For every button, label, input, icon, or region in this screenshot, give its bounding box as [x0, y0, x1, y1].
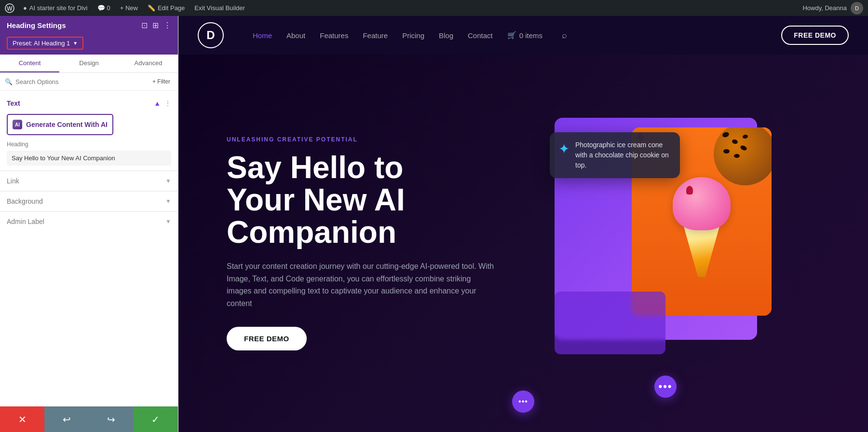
- hero-cta-button[interactable]: FREE DEMO: [227, 327, 307, 350]
- search-icon: 🔍: [5, 78, 13, 85]
- nav-link-pricing[interactable]: Pricing: [402, 31, 424, 40]
- section-chevron-up-icon: ▲: [154, 99, 161, 107]
- save-icon: ✓: [151, 414, 160, 425]
- redo-button[interactable]: ↪: [89, 406, 134, 432]
- cookie-decor: [714, 127, 772, 185]
- pencil-icon: ✏️: [148, 4, 155, 12]
- edit-page-label: Edit Page: [158, 4, 185, 12]
- nav-link-features[interactable]: Features: [320, 31, 348, 40]
- nav-link-feature[interactable]: Feature: [363, 31, 388, 40]
- chevron-down-icon: ▼: [73, 41, 78, 46]
- link-section-label: Link: [7, 177, 19, 185]
- heading-value[interactable]: Say Hello to Your New AI Companion: [7, 151, 171, 166]
- panel-screenshot-icon[interactable]: ⊡: [141, 21, 148, 30]
- wp-logo-icon[interactable]: W: [5, 3, 14, 13]
- exit-vb-label: Exit Visual Builder: [194, 4, 245, 12]
- site-logo[interactable]: D: [198, 22, 224, 48]
- tooltip-text: Photographic ice cream cone with a choco…: [575, 140, 671, 170]
- hero-title: Say Hello toYour New AICompanion: [227, 152, 555, 249]
- divi-logo-icon: ●: [23, 4, 27, 12]
- user-howdy[interactable]: Howdy, Deanna D: [802, 2, 863, 14]
- search-nav-icon[interactable]: ⌕: [562, 30, 567, 41]
- search-bar: 🔍 + Filter: [0, 73, 178, 91]
- panel-tabs: Content Design Advanced: [0, 55, 178, 73]
- hero-right-collage: ✦ Photographic ice cream cone with a cho…: [555, 118, 776, 369]
- wp-admin-bar: W ● AI starter site for Divi 💬 0 + New ✏…: [0, 0, 868, 16]
- comments-link[interactable]: 💬 0: [93, 0, 115, 16]
- hero-section: UNLEASHING CREATIVE POTENTIAL Say Hello …: [178, 55, 868, 432]
- section-more-icon[interactable]: ⋮: [164, 99, 171, 107]
- panel-header: Heading Settings ⊡ ⊞ ⋮: [0, 16, 178, 35]
- dots-label: •••: [658, 380, 672, 393]
- nav-link-about[interactable]: About: [286, 31, 305, 40]
- tab-design[interactable]: Design: [59, 55, 119, 72]
- site-name-label: AI starter site for Divi: [29, 4, 88, 12]
- tab-advanced[interactable]: Advanced: [119, 55, 178, 72]
- cancel-button[interactable]: ✕: [0, 406, 44, 432]
- nav-link-contact[interactable]: Contact: [468, 31, 493, 40]
- nav-free-demo-label: FREE DEMO: [794, 31, 836, 39]
- tooltip-card: ✦ Photographic ice cream cone with a cho…: [550, 132, 680, 178]
- preset-bar: Preset: AI Heading 1 ▼: [0, 35, 178, 55]
- panel-header-icons: ⊡ ⊞ ⋮: [141, 21, 171, 30]
- ai-icon: AI: [13, 120, 22, 129]
- redo-icon: ↪: [107, 414, 115, 425]
- panel-actions: ✕ ↩ ↪ ✓: [0, 406, 178, 432]
- undo-button[interactable]: ↩: [44, 406, 89, 432]
- left-panel: Heading Settings ⊡ ⊞ ⋮ Preset: AI Headin…: [0, 16, 178, 432]
- hero-cta-label: FREE DEMO: [244, 334, 289, 343]
- site-nav: D Home About Features Feature Pricing Bl…: [178, 16, 868, 55]
- background-section-header[interactable]: Background ▼: [0, 191, 178, 211]
- background-chevron-down-icon: ▼: [165, 198, 171, 205]
- nav-links: Home About Features Feature Pricing Blog…: [253, 30, 767, 41]
- main-layout: Heading Settings ⊡ ⊞ ⋮ Preset: AI Headin…: [0, 16, 868, 432]
- howdy-label: Howdy, Deanna: [802, 4, 847, 12]
- hero-description: Start your content creation journey with…: [227, 260, 497, 309]
- panel-title: Heading Settings: [7, 21, 66, 29]
- background-section-label: Background: [7, 197, 43, 205]
- site-name-link[interactable]: ● AI starter site for Divi: [18, 0, 93, 16]
- link-section-header[interactable]: Link ▼: [0, 171, 178, 191]
- filter-button[interactable]: + Filter: [149, 77, 173, 86]
- exit-vb-link[interactable]: Exit Visual Builder: [190, 0, 250, 16]
- admin-label-section-header[interactable]: Admin Label ▼: [0, 211, 178, 231]
- svg-text:W: W: [7, 5, 13, 12]
- bottom-dots-icon: •••: [518, 397, 528, 406]
- cancel-icon: ✕: [18, 414, 27, 425]
- hero-left: UNLEASHING CREATIVE POTENTIAL Say Hello …: [227, 136, 555, 351]
- link-chevron-down-icon: ▼: [165, 178, 171, 184]
- panel-split-icon[interactable]: ⊞: [152, 21, 159, 30]
- generate-ai-label: Generate Content With AI: [26, 121, 108, 128]
- nav-free-demo-button[interactable]: FREE DEMO: [781, 26, 849, 45]
- new-content-link[interactable]: + New: [115, 0, 143, 16]
- search-input[interactable]: [15, 78, 147, 85]
- text-section-header[interactable]: Text ▲ ⋮: [0, 96, 178, 111]
- bottom-dots-button[interactable]: •••: [512, 390, 534, 413]
- tab-content[interactable]: Content: [0, 55, 59, 72]
- user-avatar: D: [851, 2, 863, 14]
- comment-bubble-icon: 💬: [97, 4, 105, 12]
- comments-count: 0: [107, 4, 110, 12]
- nav-cart[interactable]: 🛒 0 items: [507, 31, 542, 40]
- cart-icon: 🛒: [507, 31, 516, 40]
- panel-content: Text ▲ ⋮ AI Generate Content With AI Hea…: [0, 91, 178, 406]
- new-label: + New: [120, 4, 138, 12]
- preset-dropdown[interactable]: Preset: AI Heading 1 ▼: [7, 37, 83, 50]
- sparkle-icon: ✦: [558, 141, 570, 157]
- purple-overlay-card: [555, 292, 665, 354]
- save-button[interactable]: ✓: [134, 406, 178, 432]
- right-content: D Home About Features Feature Pricing Bl…: [178, 16, 868, 432]
- section-header-icons: ▲ ⋮: [154, 99, 171, 107]
- admin-label-section-label: Admin Label: [7, 218, 44, 225]
- hero-eyebrow: UNLEASHING CREATIVE POTENTIAL: [227, 136, 555, 143]
- filter-label: + Filter: [152, 78, 170, 85]
- logo-text: D: [206, 28, 215, 42]
- generate-ai-button[interactable]: AI Generate Content With AI: [7, 114, 113, 135]
- undo-icon: ↩: [63, 414, 71, 425]
- floating-dots-button[interactable]: •••: [654, 376, 677, 398]
- edit-page-link[interactable]: ✏️ Edit Page: [143, 0, 190, 16]
- nav-link-blog[interactable]: Blog: [439, 31, 453, 40]
- nav-link-home[interactable]: Home: [253, 31, 272, 40]
- text-section-label: Text: [7, 99, 20, 107]
- panel-more-icon[interactable]: ⋮: [163, 21, 171, 30]
